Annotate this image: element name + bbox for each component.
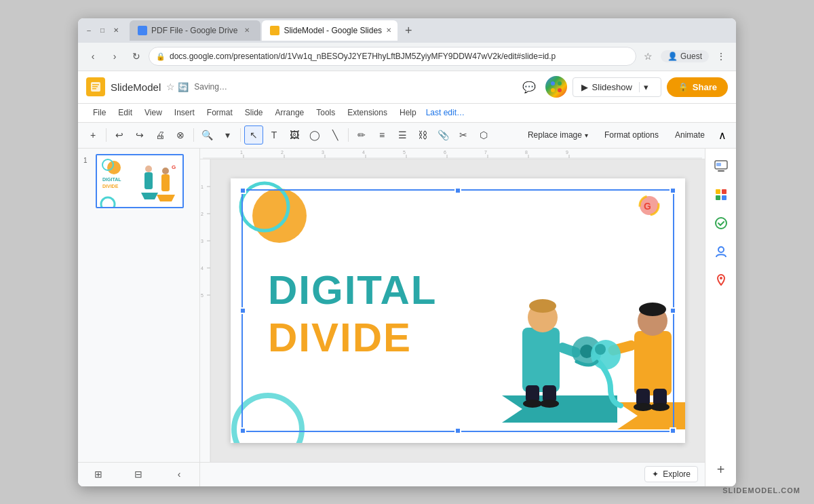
toolbar-textbox-button[interactable]: T bbox=[265, 125, 284, 144]
panel-collapse-button[interactable]: ‹ bbox=[170, 465, 189, 484]
guest-label: Guest bbox=[680, 52, 702, 61]
maximize-button[interactable]: □ bbox=[97, 25, 108, 36]
toolbar-shape-button[interactable]: ◯ bbox=[305, 125, 324, 144]
bookmarks-icon[interactable]: ☆ bbox=[639, 47, 658, 66]
toolbar-align-left-button[interactable]: ≡ bbox=[372, 125, 391, 144]
slideshow-dropdown-icon[interactable]: ▾ bbox=[639, 82, 653, 92]
explore-button[interactable]: ✦ Explore bbox=[644, 466, 698, 482]
tab-slides[interactable]: SlideModel - Google Slides ✕ bbox=[262, 20, 398, 41]
slideshow-button[interactable]: ▶ Slideshow ▾ bbox=[573, 77, 661, 97]
toolbar-image-button[interactable]: 🖼 bbox=[285, 125, 304, 144]
menu-slide[interactable]: Slide bbox=[239, 106, 269, 119]
animate-button[interactable]: Animate bbox=[668, 128, 712, 142]
toolbar-masking-button[interactable]: ⬡ bbox=[474, 125, 493, 144]
toolbar-link-button[interactable]: ⛓ bbox=[413, 125, 432, 144]
toolbar-undo-button[interactable]: ↩ bbox=[110, 125, 129, 144]
svg-text:DIVIDE: DIVIDE bbox=[268, 315, 412, 360]
menu-insert[interactable]: Insert bbox=[169, 106, 200, 119]
sidebar-contacts-icon[interactable] bbox=[709, 239, 733, 264]
sidebar-add-button[interactable]: + bbox=[710, 459, 732, 481]
menu-view[interactable]: View bbox=[139, 106, 168, 119]
toolbar-redo-button[interactable]: ↪ bbox=[130, 125, 149, 144]
menu-format[interactable]: Format bbox=[201, 106, 238, 119]
slides-tab-close[interactable]: ✕ bbox=[386, 25, 391, 36]
slide-wrapper: G DIGITAL DIVIDE bbox=[231, 178, 685, 443]
format-options-button[interactable]: Format options bbox=[598, 128, 665, 142]
sidebar-theme-icon[interactable] bbox=[709, 182, 733, 207]
menu-extensions[interactable]: Extensions bbox=[342, 106, 393, 119]
guest-button[interactable]: 👤 Guest bbox=[661, 50, 709, 62]
menu-tools[interactable]: Tools bbox=[311, 106, 341, 119]
toolbar-line-button[interactable]: ╲ bbox=[326, 125, 345, 144]
svg-text:1: 1 bbox=[201, 185, 204, 189]
menu-arrange[interactable]: Arrange bbox=[270, 106, 310, 119]
back-button[interactable]: ‹ bbox=[83, 47, 102, 66]
minimize-button[interactable]: – bbox=[83, 25, 94, 36]
svg-text:3: 3 bbox=[201, 239, 204, 244]
toolbar-collapse-button[interactable]: ∧ bbox=[714, 127, 731, 143]
toolbar-align-center-button[interactable]: ☰ bbox=[393, 125, 412, 144]
slide-1-thumbnail[interactable]: DIGITAL DIVIDE bbox=[96, 154, 184, 208]
chat-button[interactable]: 💬 bbox=[518, 76, 540, 98]
forward-button[interactable]: › bbox=[105, 47, 124, 66]
toolbar-pen-button[interactable]: ✏ bbox=[352, 125, 371, 144]
menu-bar: File Edit View Insert Format Slide Arran… bbox=[78, 104, 736, 123]
last-edit-link[interactable]: Last edit… bbox=[426, 108, 465, 117]
svg-rect-88 bbox=[722, 195, 726, 200]
reload-button[interactable]: ↻ bbox=[127, 47, 146, 66]
menu-help[interactable]: Help bbox=[394, 106, 422, 119]
sidebar-maps-icon[interactable] bbox=[709, 268, 733, 292]
url-bar[interactable]: 🔒 docs.google.com/presentation/d/1Vw1q_n… bbox=[149, 47, 636, 66]
google-accounts-button[interactable] bbox=[545, 76, 567, 98]
toolbar-comment-button[interactable]: 📎 bbox=[433, 125, 452, 144]
gdrive-tab-close[interactable]: ✕ bbox=[241, 25, 252, 36]
vertical-ruler: 1 2 3 4 5 bbox=[200, 159, 211, 462]
format-options-label: Format options bbox=[604, 130, 659, 140]
saving-text: Saving… bbox=[194, 82, 227, 92]
sidebar-slides-icon[interactable] bbox=[709, 154, 733, 178]
toolbar-zoom-dropdown[interactable]: ▾ bbox=[218, 125, 237, 144]
svg-rect-84 bbox=[716, 163, 721, 166]
toolbar-print-button[interactable]: 🖨 bbox=[151, 125, 170, 144]
sidebar-tasks-icon[interactable] bbox=[709, 211, 733, 235]
url-text: docs.google.com/presentation/d/1Vw1q_nBE… bbox=[170, 52, 556, 61]
svg-text:2: 2 bbox=[201, 212, 204, 216]
google-apps-icon bbox=[549, 80, 563, 94]
svg-text:6: 6 bbox=[444, 150, 446, 155]
browser-menu-icon[interactable]: ⋮ bbox=[712, 47, 731, 66]
app-logo bbox=[86, 77, 105, 96]
svg-point-70 bbox=[540, 400, 559, 408]
replace-image-button[interactable]: Replace image ▾ bbox=[521, 128, 595, 142]
svg-text:DIGITAL: DIGITAL bbox=[268, 267, 438, 313]
contacts-icon bbox=[714, 244, 729, 259]
toolbar-zoom-button[interactable]: 🔍 bbox=[197, 125, 216, 144]
toolbar-select-button[interactable]: ↖ bbox=[244, 125, 263, 144]
list-view-button[interactable]: ⊟ bbox=[129, 465, 148, 484]
new-tab-button[interactable]: + bbox=[399, 22, 418, 41]
grid-view-button[interactable]: ⊞ bbox=[89, 465, 108, 484]
slide-1-item[interactable]: 1 DIGITAL DIVIDE bbox=[83, 154, 194, 208]
share-button[interactable]: 🔒 Share bbox=[667, 77, 728, 97]
toolbar-insert-button[interactable]: + bbox=[83, 125, 102, 144]
folder-icon[interactable]: 🔄 bbox=[178, 82, 189, 92]
menu-file[interactable]: File bbox=[88, 106, 111, 119]
menu-edit[interactable]: Edit bbox=[113, 106, 138, 119]
toolbar-crop-button[interactable]: ✂ bbox=[454, 125, 473, 144]
star-icon[interactable]: ☆ bbox=[166, 81, 175, 92]
slide-1-thumbnail-inner: DIGITAL DIVIDE bbox=[97, 155, 182, 207]
svg-point-6 bbox=[551, 88, 555, 92]
svg-point-80 bbox=[634, 403, 653, 411]
svg-point-81 bbox=[651, 403, 670, 411]
svg-point-15 bbox=[145, 166, 152, 172]
close-button[interactable]: ✕ bbox=[111, 25, 121, 36]
main-content: 1 DIGITAL DIVIDE bbox=[78, 149, 736, 486]
slide-frame[interactable]: G DIGITAL DIVIDE bbox=[231, 178, 685, 443]
slideshow-label: Slideshow bbox=[592, 82, 632, 92]
tab-gdrive[interactable]: PDF File - Google Drive ✕ bbox=[130, 20, 260, 41]
svg-text:5: 5 bbox=[403, 150, 406, 155]
svg-text:5: 5 bbox=[201, 293, 204, 298]
toolbar-paint-button[interactable]: ⊗ bbox=[171, 125, 190, 144]
slide-canvas[interactable]: G DIGITAL DIVIDE bbox=[211, 159, 705, 462]
slide-svg: G DIGITAL DIVIDE bbox=[231, 178, 685, 443]
svg-point-89 bbox=[716, 218, 726, 229]
